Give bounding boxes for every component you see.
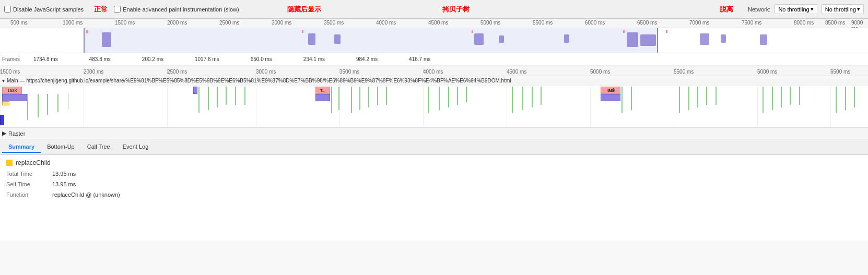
task-purple-3[interactable] <box>315 94 330 101</box>
task-purple-4[interactable] <box>601 94 620 101</box>
task-green-28 <box>621 87 623 113</box>
overview-pink-4 <box>623 30 625 33</box>
summary-value-self: 13.95 ms <box>52 181 76 187</box>
task-green-37 <box>781 87 782 107</box>
task-green-42 <box>854 87 855 107</box>
task-green-35 <box>763 87 764 113</box>
task-purple-2[interactable] <box>193 87 197 94</box>
toolbar-right: 脱离 Network: No throttling ▾ No throttlin… <box>720 4 864 14</box>
vgrid-10 <box>830 86 831 127</box>
overview-pink-1 <box>86 30 88 33</box>
disable-js-checkbox[interactable] <box>4 6 11 13</box>
tab-event-log[interactable]: Event Log <box>116 141 155 153</box>
dropdown-arrow-icon2: ▾ <box>857 6 860 13</box>
task-block-2[interactable]: T... <box>315 87 330 94</box>
task-green-13 <box>338 87 339 110</box>
summary-name: replaceChild <box>16 159 51 166</box>
frames-label: Frames <box>2 56 23 62</box>
raster-label: Raster <box>8 130 25 137</box>
selection-highlight <box>84 28 658 53</box>
disable-js-checkbox-label[interactable]: Disable JavaScript samples <box>4 6 84 13</box>
task-green-16 <box>368 87 369 107</box>
enable-paint-checkbox-label[interactable]: Enable advanced paint instrumentation (s… <box>114 6 239 13</box>
overview-pink-3 <box>472 30 473 33</box>
overview-bar-3 <box>334 34 341 44</box>
network-label: Network: <box>748 6 770 13</box>
task-green-7 <box>208 87 209 110</box>
task-green-31 <box>688 87 689 110</box>
overview-bar-9 <box>700 33 709 45</box>
ruler-tick-16: 8500 ms <box>825 20 845 26</box>
vgrid-7 <box>590 86 591 127</box>
no-throttling-label: No throttling <box>778 6 809 13</box>
dtick-7: 5000 ms <box>590 69 610 75</box>
overview-bar-10 <box>721 34 726 43</box>
overview-bar-11 <box>760 34 767 45</box>
frame-val-7: 416.7 ms <box>409 56 430 62</box>
vgrid-1 <box>84 86 84 127</box>
thread-content[interactable]: Task T... <box>0 86 868 127</box>
thread-expand-icon[interactable]: ▾ <box>2 78 5 83</box>
summary-value-function: replaceChild @ (unknown) <box>52 192 120 198</box>
summary-row-function: Function replaceChild @ (unknown) <box>6 190 862 199</box>
task-green-38 <box>790 87 791 105</box>
task-green-19 <box>428 87 429 113</box>
top-ruler: 500 ms 1000 ms 1500 ms 2000 ms 2500 ms 3… <box>0 19 868 28</box>
task-green-6 <box>198 87 200 113</box>
tab-call-tree[interactable]: Call Tree <box>81 141 116 153</box>
ruler-tick-11: 6000 ms <box>585 20 605 26</box>
task-green-12 <box>331 87 332 113</box>
frame-val-0: 1734.8 ms <box>33 56 58 62</box>
task-green-26 <box>532 87 533 107</box>
overview-area[interactable] <box>0 28 868 53</box>
ruler-tick-15: 8000 ms <box>794 20 814 26</box>
task-green-15 <box>359 87 360 110</box>
thread-url: Main — https://chenjigeng.github.io/exam… <box>7 78 511 83</box>
summary-row-total: Total Time 13.95 ms <box>6 170 862 178</box>
task-yellow-1[interactable] <box>2 101 9 105</box>
task-purple-1[interactable] <box>2 94 27 101</box>
frame-val-6: 984.2 ms <box>356 56 378 62</box>
tab-bottom-up[interactable]: Bottom-Up <box>41 141 81 153</box>
main-thread-container: ▾ Main — https://chenjigeng.github.io/ex… <box>0 76 868 128</box>
task-green-4 <box>57 94 58 112</box>
task-block-1[interactable]: Task <box>2 87 22 94</box>
task-green-1 <box>27 94 28 120</box>
vgrid-6 <box>507 86 507 127</box>
task-green-41 <box>845 87 846 110</box>
task-green-18 <box>386 87 387 105</box>
tab-summary[interactable]: Summary <box>2 141 41 153</box>
task-block-3[interactable]: Task <box>601 87 620 94</box>
dtick-4: 3500 ms <box>339 69 359 75</box>
vgrid-4 <box>339 86 340 127</box>
frame-val-1: 483.8 ms <box>89 56 111 62</box>
overview-bar-2 <box>308 33 315 45</box>
dtick-8: 5500 ms <box>674 69 694 75</box>
blue-indicator <box>0 115 4 125</box>
ruler-tick-12: 6500 ms <box>637 20 657 26</box>
ruler-tick-3: 2000 ms <box>167 20 187 26</box>
dtick-5: 4000 ms <box>423 69 443 75</box>
ruler-tick-7: 4000 ms <box>376 20 396 26</box>
top-toolbar: Disable JavaScript samples 正常 Enable adv… <box>0 0 868 19</box>
summary-color-box <box>6 160 13 166</box>
no-throttling-dropdown2[interactable]: No throttling ▾ <box>822 4 864 14</box>
vgrid-5 <box>423 86 424 127</box>
raster-row: ▶ Raster <box>0 128 868 139</box>
frames-values-container: 1734.8 ms 483.8 ms 200.2 ms 1017.6 ms 65… <box>33 56 430 62</box>
frame-val-4: 650.0 ms <box>251 56 272 62</box>
ruler-tick-9: 5000 ms <box>480 20 500 26</box>
raster-expand-icon[interactable]: ▶ <box>2 130 6 137</box>
no-throttling-label2: No throttling <box>825 6 856 13</box>
annotation-detach: 脱离 <box>720 5 733 14</box>
task-green-14 <box>351 87 352 113</box>
toolbar-left: Disable JavaScript samples 正常 Enable adv… <box>4 5 715 14</box>
ruler-tick-4: 2500 ms <box>219 20 239 26</box>
task-green-25 <box>522 87 523 110</box>
no-throttling-dropdown[interactable]: No throttling ▾ <box>775 4 817 14</box>
enable-paint-checkbox[interactable] <box>114 6 121 13</box>
ruler-tick-10: 5500 ms <box>533 20 553 26</box>
dtick-9: 6000 ms <box>757 69 777 75</box>
frames-row: Frames 1734.8 ms 483.8 ms 200.2 ms 1017.… <box>0 53 868 66</box>
task-green-29 <box>631 87 632 110</box>
